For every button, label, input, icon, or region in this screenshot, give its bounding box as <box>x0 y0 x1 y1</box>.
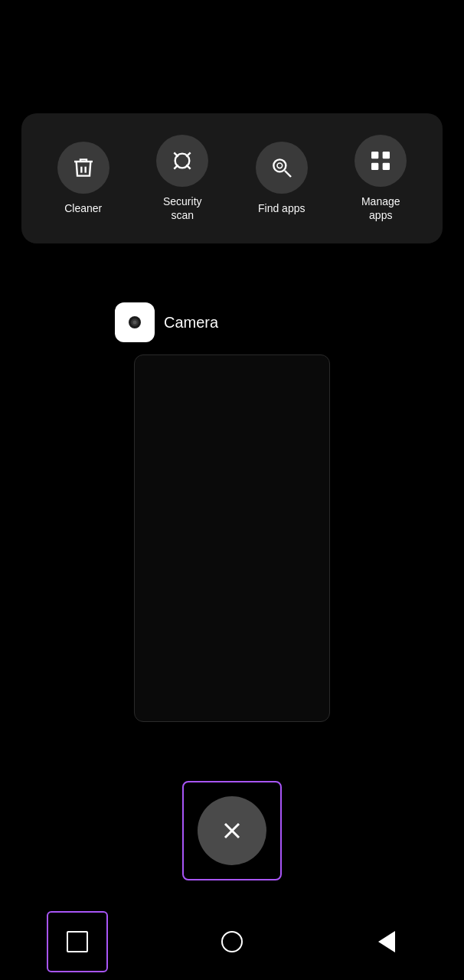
quick-tools-panel: Cleaner Securityscan Find apps <box>21 113 443 243</box>
security-scan-tool[interactable]: Securityscan <box>156 135 208 222</box>
svg-rect-8 <box>371 152 378 158</box>
manage-apps-label: Manageapps <box>361 194 400 222</box>
nav-bar <box>0 911 464 980</box>
close-circle <box>198 796 266 865</box>
svg-rect-9 <box>383 152 390 158</box>
cleaner-label: Cleaner <box>64 201 102 215</box>
recents-button[interactable] <box>47 911 108 972</box>
home-icon <box>221 931 243 952</box>
camera-app-icon <box>115 302 155 342</box>
recent-app-section: Camera <box>0 302 464 722</box>
grid-icon <box>368 149 393 173</box>
svg-point-5 <box>273 159 286 172</box>
app-header: Camera <box>115 302 218 342</box>
svg-rect-10 <box>371 163 378 170</box>
svg-line-6 <box>285 171 291 177</box>
security-scan-icon-circle <box>156 135 208 187</box>
svg-rect-11 <box>383 163 390 170</box>
shield-scan-icon <box>170 149 194 173</box>
back-button[interactable] <box>356 911 417 972</box>
find-apps-label: Find apps <box>258 201 305 215</box>
find-apps-tool[interactable]: Find apps <box>256 142 308 215</box>
svg-point-15 <box>133 321 137 325</box>
cleaner-icon-circle <box>57 142 109 194</box>
manage-apps-tool[interactable]: Manageapps <box>355 135 407 222</box>
app-preview-thumbnail[interactable] <box>134 354 330 722</box>
cleaner-tool[interactable]: Cleaner <box>57 142 109 215</box>
close-icon <box>218 817 246 844</box>
trash-icon <box>71 155 96 180</box>
back-icon <box>378 931 395 952</box>
close-recent-button[interactable] <box>182 781 282 880</box>
home-button[interactable] <box>201 911 263 972</box>
find-apps-icon-circle <box>256 142 308 194</box>
recents-icon <box>67 931 88 952</box>
security-scan-label: Securityscan <box>163 194 202 222</box>
svg-point-7 <box>277 163 283 168</box>
camera-icon <box>123 310 147 335</box>
search-icon <box>270 155 294 180</box>
app-name-label: Camera <box>164 314 218 332</box>
manage-apps-icon-circle <box>355 135 407 187</box>
